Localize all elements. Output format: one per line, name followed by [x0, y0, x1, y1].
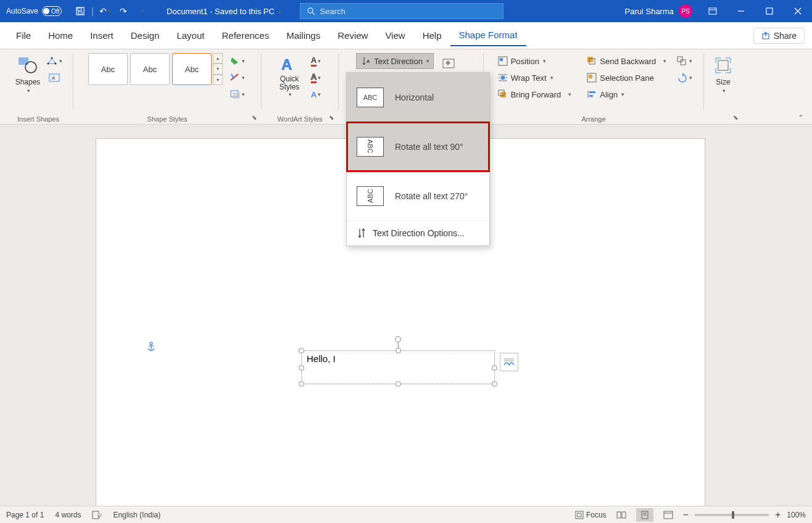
bring-forward-button[interactable]: Bring Forward▾ — [494, 86, 576, 102]
svg-rect-31 — [500, 92, 506, 97]
text-effects-button[interactable]: A▾ — [307, 86, 325, 102]
edit-shape-button[interactable]: ▾ — [45, 53, 64, 69]
collapse-ribbon-button[interactable]: ⌃ — [795, 113, 807, 123]
tab-help[interactable]: Help — [414, 25, 450, 46]
dropdown-item-horizontal[interactable]: ABC Horizontal — [347, 73, 489, 122]
tab-design[interactable]: Design — [122, 25, 168, 46]
read-mode-button[interactable] — [613, 508, 630, 522]
autosave-toggle[interactable]: AutoSave Off — [0, 6, 68, 16]
dropdown-item-options[interactable]: Text Direction Options... — [347, 221, 489, 245]
tab-file[interactable]: File — [7, 25, 39, 46]
undo-button[interactable]: ↶▾ — [96, 2, 114, 20]
shape-styles-launcher[interactable]: ⬊ — [250, 113, 259, 121]
tab-insert[interactable]: Insert — [81, 25, 122, 46]
ribbon-display-options[interactable] — [698, 0, 727, 22]
send-backward-button[interactable]: Send Backward▾ — [582, 53, 670, 69]
web-layout-button[interactable] — [660, 508, 677, 522]
tab-review[interactable]: Review — [329, 25, 376, 46]
svg-rect-38 — [589, 91, 595, 93]
size-launcher[interactable]: ⬊ — [731, 113, 740, 121]
print-layout-button[interactable] — [636, 508, 653, 522]
style-preset-2[interactable]: Abc — [130, 53, 170, 85]
maximize-button[interactable] — [755, 0, 784, 22]
quick-styles-button[interactable]: A Quick Styles▾ — [275, 53, 304, 99]
dropdown-item-rotate-270[interactable]: ABC Rotate all text 270° — [347, 171, 489, 221]
tab-references[interactable]: References — [213, 25, 278, 46]
resize-handle-e[interactable] — [492, 365, 497, 371]
text-fill-button[interactable]: A▾ — [307, 53, 325, 69]
svg-point-14 — [47, 63, 49, 65]
user-name: Parul Sharma — [625, 7, 674, 16]
share-button[interactable]: Share — [753, 28, 805, 44]
zoom-slider[interactable] — [695, 514, 769, 516]
tab-view[interactable]: View — [376, 25, 413, 46]
svg-point-15 — [51, 57, 52, 59]
zoom-out-button[interactable]: − — [683, 509, 689, 521]
zoom-in-button[interactable]: + — [775, 509, 781, 521]
rotate-button[interactable]: ▾ — [675, 70, 694, 86]
svg-rect-41 — [681, 60, 686, 65]
style-gallery[interactable]: Abc Abc Abc ▴▾▾ — [88, 53, 223, 85]
gallery-scroll[interactable]: ▴▾▾ — [213, 53, 223, 85]
zoom-level[interactable]: 100% — [787, 511, 806, 519]
minimize-button[interactable] — [727, 0, 755, 22]
align-button[interactable]: Align▾ — [582, 86, 670, 102]
svg-rect-50 — [578, 513, 581, 517]
shape-outline-button[interactable]: ▾ — [228, 70, 246, 86]
window-controls — [698, 0, 812, 22]
style-preset-3[interactable]: Abc — [172, 53, 212, 85]
resize-handle-s[interactable] — [396, 381, 401, 387]
selection-pane-button[interactable]: Selection Pane — [582, 70, 670, 86]
resize-handle-n[interactable] — [396, 348, 401, 353]
focus-mode-button[interactable]: Focus — [575, 511, 607, 519]
wrap-text-button[interactable]: Wrap Text▾ — [494, 70, 576, 86]
group-size: Size▾ ⬊ — [705, 51, 741, 124]
tab-home[interactable]: Home — [39, 25, 81, 46]
search-box[interactable] — [300, 3, 503, 19]
user-account[interactable]: Parul Sharma PS — [619, 4, 698, 18]
tab-shape-format[interactable]: Shape Format — [450, 25, 526, 46]
document-title[interactable]: Document1 - Saved to this PC ▾ — [154, 7, 293, 16]
shapes-button[interactable]: Shapes▾ — [13, 53, 43, 95]
style-preset-1[interactable]: Abc — [88, 53, 128, 85]
redo-button[interactable]: ↷ — [115, 2, 132, 20]
horizontal-icon: ABC — [357, 88, 384, 107]
text-outline-button[interactable]: A▾ — [307, 70, 325, 86]
qat-customize[interactable]: ▾ — [133, 2, 151, 20]
group-label: WordArt Styles — [263, 115, 337, 123]
tab-layout[interactable]: Layout — [168, 25, 213, 46]
spellcheck-icon[interactable] — [92, 511, 102, 519]
svg-point-3 — [308, 8, 313, 13]
group-objects-button[interactable]: ▾ — [675, 53, 694, 69]
svg-rect-2 — [78, 12, 82, 14]
resize-handle-se[interactable] — [492, 381, 497, 387]
rotation-handle[interactable] — [395, 336, 401, 342]
size-button[interactable]: Size▾ — [708, 53, 738, 95]
page-indicator[interactable]: Page 1 of 1 — [6, 511, 44, 519]
zoom-thumb[interactable] — [732, 511, 734, 519]
tab-mailings[interactable]: Mailings — [278, 25, 329, 46]
resize-handle-sw[interactable] — [299, 381, 304, 387]
word-count[interactable]: 4 words — [55, 511, 81, 519]
position-button[interactable]: Position▾ — [494, 53, 576, 69]
group-wordart-styles: A Quick Styles▾ A▾ A▾ A▾ WordArt Styles … — [263, 51, 337, 124]
shape-effects-button[interactable]: ▾ — [228, 86, 246, 102]
draw-textbox-button[interactable]: A — [45, 70, 64, 86]
dropdown-item-rotate-90[interactable]: ABC Rotate all text 90° — [347, 122, 489, 171]
search-input[interactable] — [320, 7, 497, 16]
close-button[interactable] — [784, 0, 812, 22]
svg-text:A: A — [52, 75, 56, 81]
selection-pane-icon — [586, 72, 597, 83]
resize-handle-nw[interactable] — [299, 348, 304, 353]
save-button[interactable] — [72, 2, 89, 20]
language-indicator[interactable]: English (India) — [113, 511, 160, 519]
text-direction-dropdown: ABC Horizontal ABC Rotate all text 90° A… — [346, 72, 490, 246]
layout-options-button[interactable] — [500, 353, 518, 371]
resize-handle-w[interactable] — [299, 365, 304, 371]
text-direction-button[interactable]: A Text Direction▾ — [356, 53, 434, 69]
shape-fill-button[interactable]: ▾ — [228, 53, 246, 69]
svg-point-13 — [25, 62, 36, 73]
selected-textbox[interactable]: Hello, I — [301, 350, 495, 384]
toggle-switch[interactable]: Off — [42, 6, 62, 16]
wordart-launcher[interactable]: ⬊ — [327, 113, 336, 121]
